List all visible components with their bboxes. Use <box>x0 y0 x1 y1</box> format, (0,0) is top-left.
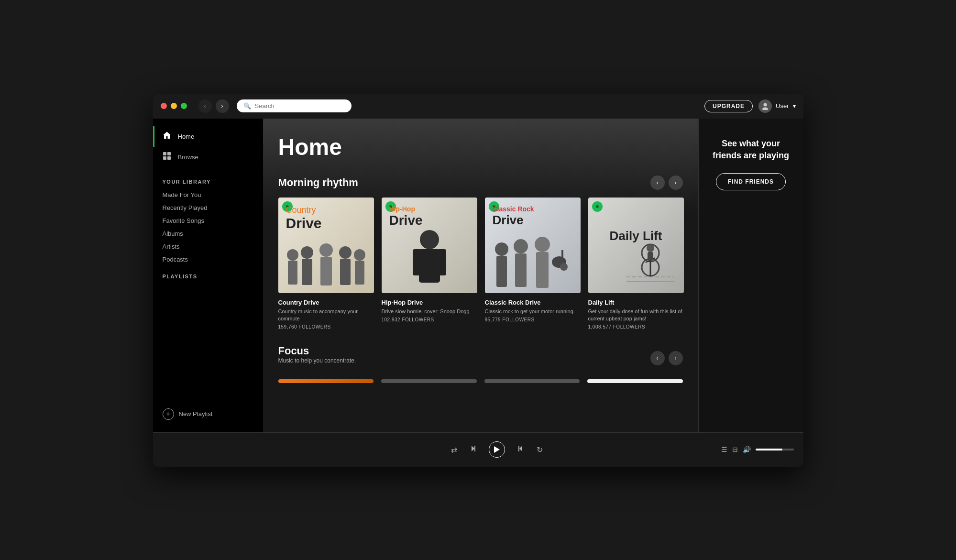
svg-rect-14 <box>340 259 351 285</box>
svg-point-9 <box>301 246 313 259</box>
band-silhouette-country <box>278 241 374 293</box>
repeat-button[interactable]: ↻ <box>534 442 546 457</box>
sidebar-item-recently-played[interactable]: Recently Played <box>153 201 263 214</box>
focus-section-header: Focus Music to help you concentrate. ‹ › <box>278 345 683 372</box>
morning-section-nav: ‹ › <box>650 176 683 190</box>
focus-prev-button[interactable]: ‹ <box>650 351 665 365</box>
classicrock-label-bottom: Drive <box>493 213 534 228</box>
sidebar-item-home-label: Home <box>178 133 195 140</box>
minimize-button[interactable] <box>171 103 177 109</box>
find-friends-button[interactable]: FIND FRIENDS <box>716 173 786 190</box>
player-bar: ⇄ ↻ ☰ ⊟ 🔊 <box>153 432 803 467</box>
morning-next-button[interactable]: › <box>669 176 683 190</box>
band-silhouette-classicrock <box>485 236 581 293</box>
svg-point-7 <box>287 249 298 261</box>
hiphop-drive-art: Hip-Hop Drive <box>382 198 477 293</box>
sidebar-nav: Home Browse <box>153 119 263 171</box>
card-daily-lift-followers: 1,008,577 FOLLOWERS <box>588 324 684 329</box>
volume-slider[interactable] <box>756 449 794 450</box>
library-section-title: YOUR LIBRARY <box>153 171 263 188</box>
next-button[interactable] <box>513 442 526 457</box>
svg-point-25 <box>514 239 528 253</box>
svg-rect-21 <box>438 249 446 275</box>
main-layout: Home Browse YOUR LIBRARY Made For Y <box>153 119 803 432</box>
maximize-button[interactable] <box>181 103 187 109</box>
user-avatar <box>758 99 772 113</box>
svg-rect-20 <box>413 249 421 275</box>
playlists-section-title: PLAYLISTS <box>153 266 263 283</box>
right-panel: See what your friends are playing FIND F… <box>698 119 803 432</box>
search-icon: 🔍 <box>243 102 251 110</box>
focus-section-subtitle: Music to help you concentrate. <box>278 357 356 364</box>
card-hiphop-drive-desc: Drive slow homie. cover: Snoop Dogg <box>382 308 477 315</box>
card-classic-rock-drive[interactable]: Classic Rock Drive <box>485 198 581 330</box>
svg-point-31 <box>560 263 568 271</box>
focus-card-2[interactable] <box>381 379 477 383</box>
focus-section: Focus Music to help you concentrate. ‹ › <box>278 345 683 383</box>
focus-card-1[interactable] <box>278 379 374 383</box>
back-button[interactable]: ‹ <box>198 99 212 113</box>
focus-card-3[interactable] <box>484 379 580 383</box>
cards-row: Country Drive <box>278 198 683 330</box>
svg-rect-26 <box>515 253 527 287</box>
svg-point-39 <box>647 244 654 252</box>
sidebar-item-albums[interactable]: Albums <box>153 227 263 240</box>
user-area[interactable]: User ▾ <box>758 99 795 113</box>
play-button[interactable] <box>489 441 505 458</box>
search-bar[interactable]: 🔍 <box>237 99 352 112</box>
previous-button[interactable] <box>468 442 481 457</box>
sidebar-item-podcasts[interactable]: Podcasts <box>153 253 263 266</box>
morning-prev-button[interactable]: ‹ <box>650 176 665 190</box>
shuffle-button[interactable]: ⇄ <box>448 442 460 457</box>
sidebar-item-favorite-songs[interactable]: Favorite Songs <box>153 214 263 227</box>
home-icon <box>163 131 171 142</box>
svg-point-23 <box>495 242 508 256</box>
traffic-lights <box>161 103 187 109</box>
focus-card-4[interactable] <box>587 379 683 383</box>
svg-marker-43 <box>494 446 500 453</box>
sidebar-item-browse[interactable]: Browse <box>153 147 263 167</box>
card-hiphop-drive-title: Hip-Hop Drive <box>382 299 477 306</box>
search-input[interactable] <box>255 102 341 110</box>
card-hiphop-drive[interactable]: Hip-Hop Drive <box>382 198 477 330</box>
card-country-drive-followers: 159,760 FOLLOWERS <box>278 324 374 329</box>
svg-point-0 <box>764 103 767 106</box>
svg-point-18 <box>420 230 439 249</box>
sidebar-item-artists[interactable]: Artists <box>153 240 263 253</box>
svg-rect-28 <box>536 252 549 288</box>
volume-icon[interactable]: 🔊 <box>743 446 751 453</box>
svg-rect-16 <box>355 261 364 285</box>
svg-rect-40 <box>648 252 653 261</box>
card-country-drive[interactable]: Country Drive <box>278 198 374 330</box>
focus-section-nav: ‹ › <box>650 351 683 365</box>
focus-next-button[interactable]: › <box>669 351 683 365</box>
title-bar-right: UPGRADE User ▾ <box>704 99 795 113</box>
card-daily-lift[interactable]: Daily Lift <box>588 198 684 330</box>
card-daily-lift-desc: Get your daily dose of fun with this lis… <box>588 308 684 323</box>
add-playlist-icon: + <box>163 408 174 420</box>
close-button[interactable] <box>161 103 167 109</box>
svg-rect-12 <box>320 257 332 285</box>
player-right-controls: ☰ ⊟ 🔊 <box>721 446 794 453</box>
queue-icon[interactable]: ☰ <box>721 446 727 453</box>
content-area: Home Morning rhythm ‹ › <box>263 119 698 432</box>
forward-button[interactable]: › <box>216 99 229 113</box>
svg-point-1 <box>762 107 768 110</box>
app-window: ‹ › 🔍 UPGRADE User ▾ <box>153 94 803 467</box>
hiphop-label-bottom: Drive <box>389 213 423 228</box>
nav-arrows: ‹ › <box>198 99 229 113</box>
upgrade-button[interactable]: UPGRADE <box>704 100 753 112</box>
volume-fill <box>756 449 782 450</box>
sidebar-item-browse-label: Browse <box>178 154 198 161</box>
spotify-badge-4 <box>592 201 603 212</box>
focus-section-title: Focus <box>278 345 356 357</box>
svg-point-13 <box>339 246 352 259</box>
devices-icon[interactable]: ⊟ <box>732 446 738 453</box>
sidebar-item-made-for-you[interactable]: Made For You <box>153 188 263 201</box>
svg-rect-45 <box>518 446 519 451</box>
svg-point-15 <box>354 249 365 261</box>
svg-marker-41 <box>472 446 474 451</box>
card-classic-rock-drive-followers: 95,779 FOLLOWERS <box>485 317 581 322</box>
sidebar-item-home[interactable]: Home <box>153 126 263 147</box>
new-playlist-button[interactable]: + New Playlist <box>153 404 263 425</box>
